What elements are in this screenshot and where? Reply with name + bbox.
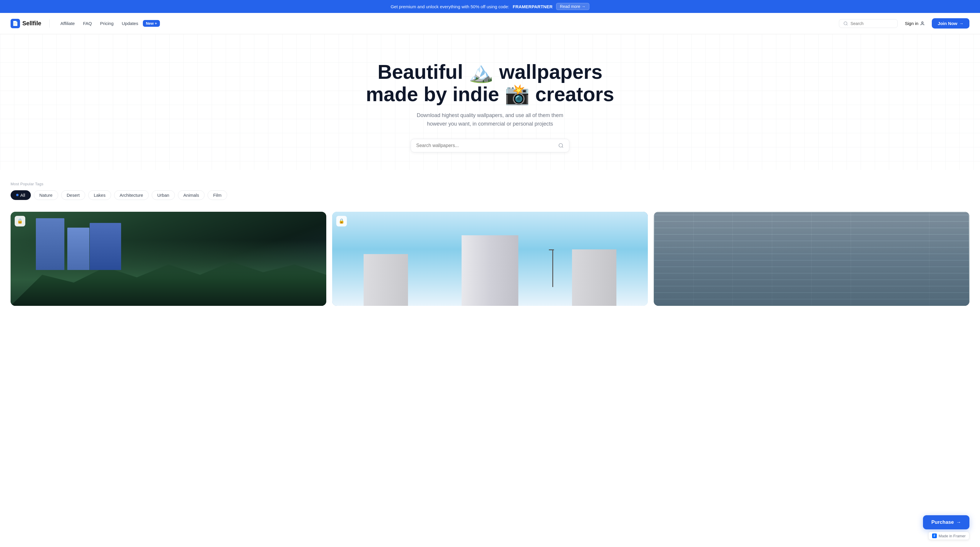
hero-subtitle: Download highest quality wallpapers, and… [414, 111, 566, 128]
building-c [90, 223, 121, 270]
logo[interactable]: 📄 Sellfile [11, 19, 41, 28]
framer-logo-icon: F [932, 533, 937, 538]
sky-building-right [572, 249, 616, 306]
nav-pricing[interactable]: Pricing [96, 19, 117, 28]
nav-updates[interactable]: Updates [118, 19, 142, 28]
lock-badge-2: 🔒 [336, 216, 347, 226]
lock-badge-1: 🔒 [15, 216, 25, 226]
hero-section: Beautiful 🏔️ wallpapers made by indie 📸 … [0, 34, 980, 170]
svg-point-0 [844, 22, 847, 25]
user-icon [920, 21, 925, 26]
tag-urban[interactable]: Urban [152, 190, 175, 200]
hero-title: Beautiful 🏔️ wallpapers made by indie 📸 … [364, 61, 616, 105]
tag-lakes[interactable]: Lakes [88, 190, 111, 200]
svg-point-1 [922, 22, 923, 23]
tag-desert[interactable]: Desert [61, 190, 85, 200]
framer-label: Made in Framer [939, 534, 966, 538]
search-bar[interactable] [839, 19, 898, 28]
nav-affiliate[interactable]: Affiliate [57, 19, 78, 28]
lamp-post [552, 249, 553, 287]
nav-right: Sign in Join Now → [839, 18, 969, 29]
building-b [67, 228, 89, 270]
sky-building-left [364, 254, 408, 306]
purchase-button[interactable]: Purchase → [923, 515, 969, 529]
building-a [36, 218, 64, 270]
top-banner: Get premium and unlock everything with 5… [0, 0, 980, 13]
nav-divider [49, 19, 50, 28]
banner-code: FRAMERPARTNER [512, 4, 553, 9]
image-card-1[interactable]: 🔒 [11, 212, 326, 306]
tag-architecture[interactable]: Architecture [114, 190, 149, 200]
tag-nature[interactable]: Nature [34, 190, 58, 200]
search-icon [843, 21, 848, 26]
hero-search-bar[interactable] [410, 139, 570, 152]
hero-content: Beautiful 🏔️ wallpapers made by indie 📸 … [6, 61, 974, 152]
tags-label: Most Popular Tags [11, 182, 969, 186]
made-in-framer-badge[interactable]: F Made in Framer [928, 532, 969, 540]
tags-section: Most Popular Tags All Nature Desert Lake… [0, 170, 980, 206]
logo-icon: 📄 [11, 19, 20, 28]
join-now-button[interactable]: Join Now → [932, 18, 969, 29]
glass-building [654, 212, 969, 306]
hero-search-icon [558, 143, 564, 148]
svg-point-2 [559, 144, 563, 147]
image-grid: 🔒 🔒 [0, 206, 980, 317]
signin-button[interactable]: Sign in [901, 19, 928, 28]
sky-building-tall [461, 235, 518, 306]
image-card-3[interactable] [654, 212, 969, 306]
tags-list: All Nature Desert Lakes Architecture Urb… [11, 190, 969, 200]
hero-search-input[interactable] [416, 143, 555, 148]
navbar: 📄 Sellfile Affiliate FAQ Pricing Updates… [0, 13, 980, 34]
purchase-button-container: Purchase → [923, 515, 969, 529]
mountain-emoji: 🏔️ [469, 61, 499, 83]
tag-animals[interactable]: Animals [178, 190, 205, 200]
banner-read-more[interactable]: Read more → [556, 3, 589, 10]
nav-links: Affiliate FAQ Pricing Updates New + [57, 19, 160, 28]
logo-text: Sellfile [22, 20, 41, 27]
nav-faq[interactable]: FAQ [80, 19, 95, 28]
tag-all[interactable]: All [11, 190, 31, 200]
image-card-2[interactable]: 🔒 [332, 212, 648, 306]
nav-new-badge[interactable]: New + [143, 20, 160, 27]
tag-dot [16, 194, 19, 196]
tag-film[interactable]: Film [207, 190, 227, 200]
search-input[interactable] [850, 21, 893, 26]
camera-emoji: 📸 [505, 83, 535, 105]
banner-text: Get premium and unlock everything with 5… [391, 4, 509, 9]
